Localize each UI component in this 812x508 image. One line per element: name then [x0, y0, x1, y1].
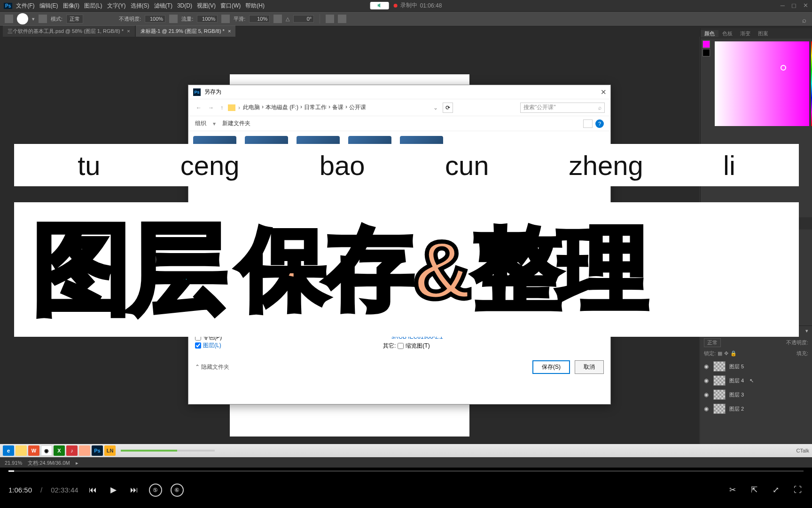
minimize-icon[interactable]: ─ — [781, 2, 785, 9]
angle-value[interactable]: 0° — [293, 15, 314, 23]
menu-view[interactable]: 视图(V) — [196, 2, 217, 10]
dialog-close-icon[interactable]: ✕ — [601, 88, 607, 96]
next-icon[interactable]: ⏭ — [128, 484, 141, 496]
status-arrow-icon[interactable]: ▸ — [76, 460, 78, 466]
menu-window[interactable]: 窗口(W) — [219, 2, 242, 10]
fg-bg-swatches[interactable] — [701, 39, 712, 129]
menu-layer[interactable]: 图层(L) — [83, 2, 103, 10]
help-icon[interactable]: ? — [595, 119, 604, 128]
visibility-icon[interactable]: ◉ — [703, 391, 710, 398]
search-icon[interactable]: ⌕ — [802, 16, 806, 24]
share-icon[interactable]: ⇱ — [748, 484, 760, 496]
search-input[interactable]: 搜索"公开课"⌕ — [520, 103, 605, 113]
blend-mode[interactable]: 正常 — [704, 338, 721, 347]
symmetry-icon[interactable] — [338, 15, 346, 23]
title-word-1: 图层 — [33, 203, 225, 336]
pressure-size-icon[interactable] — [326, 15, 334, 23]
home-icon[interactable] — [5, 15, 13, 23]
play-icon[interactable]: ▶ — [108, 484, 120, 496]
pressure-opacity-icon[interactable] — [169, 15, 178, 23]
excel-icon[interactable]: X — [54, 445, 65, 456]
menu-image[interactable]: 图像(I) — [62, 2, 80, 10]
rate-6-button[interactable]: ⑥ — [171, 484, 184, 497]
menu-3d[interactable]: 3D(D) — [176, 2, 193, 9]
layer-row[interactable]: ◉图层 3 — [700, 388, 812, 402]
cursor-icon: ↖ — [750, 378, 754, 384]
layers-checkbox[interactable] — [195, 342, 201, 349]
color-picker[interactable] — [715, 41, 809, 126]
organize-menu[interactable]: 组织 — [195, 119, 206, 127]
save-button[interactable]: 保存(S) — [532, 360, 570, 374]
netease-icon[interactable]: ♪ — [66, 445, 78, 456]
layer-row[interactable]: ◉图层 2 — [700, 402, 812, 416]
tab-swatches[interactable]: 色板 — [718, 30, 736, 37]
prev-icon[interactable]: ⏮ — [87, 484, 99, 496]
expand-icon[interactable]: ⤢ — [770, 484, 782, 496]
rate-5-button[interactable]: ⑤ — [149, 484, 162, 497]
zoom-level[interactable]: 21.91% — [5, 460, 22, 466]
maximize-icon[interactable]: ◻ — [791, 2, 796, 9]
dialog-title: 另存为 — [204, 88, 221, 96]
menu-file[interactable]: 文件(F) — [15, 2, 35, 10]
nav-back-icon[interactable]: ← — [194, 104, 203, 111]
fullscreen-icon[interactable]: ⛶ — [791, 484, 804, 496]
layer-thumb — [713, 361, 726, 372]
layer-row[interactable]: ◉图层 4↖ — [700, 373, 812, 388]
opacity-value[interactable]: 100% — [145, 15, 165, 23]
nav-up-icon[interactable]: ↑ — [219, 104, 225, 111]
layer-row[interactable]: ◉图层 5 — [700, 359, 812, 373]
breadcrumb[interactable]: 此电脑› 本地磁盘 (F:)› 日常工作› 备课› 公开课 — [243, 103, 366, 111]
brush-preview[interactable] — [17, 13, 28, 24]
tab-color[interactable]: 颜色 — [701, 30, 718, 37]
mode-label: 模式: — [51, 16, 62, 23]
cancel-button[interactable]: 取消 — [575, 360, 604, 374]
menu-filter[interactable]: 滤镜(T) — [153, 2, 173, 10]
overlay-icon[interactable] — [39, 15, 47, 23]
flow-value[interactable]: 100% — [197, 15, 218, 23]
ps-logo: Ps — [4, 3, 12, 9]
tab-close-icon[interactable]: × — [127, 28, 130, 34]
fill-label: 填充: — [796, 350, 808, 357]
lock-pixels-icon[interactable]: ▦ — [718, 350, 722, 357]
tab-gradient[interactable]: 渐变 — [736, 30, 754, 37]
tab-doc-2[interactable]: 未标题-1 @ 21.9% (图层 5, RGB/8) * × — [136, 25, 236, 37]
visibility-icon[interactable]: ◉ — [703, 363, 710, 370]
visibility-icon[interactable]: ◉ — [703, 405, 710, 412]
ln-icon[interactable]: LN — [104, 445, 116, 456]
edge-icon[interactable]: e — [3, 445, 14, 456]
titlebar-center: 录制中 01:06:48 — [370, 1, 442, 9]
lock-position-icon[interactable]: ✥ — [724, 350, 728, 357]
view-mode-icon[interactable] — [583, 119, 593, 128]
angle-icon: △ — [286, 16, 289, 22]
smooth-value[interactable]: 10% — [249, 15, 270, 23]
app-icon[interactable]: ◉ — [41, 445, 52, 456]
record-label: 录制中 — [400, 1, 417, 9]
visibility-icon[interactable]: ◉ — [703, 377, 710, 384]
wps-icon[interactable]: W — [28, 445, 39, 456]
tab-doc-1[interactable]: 三个软件的基本工具.psd @ 58% (图层 1, RGB/8) * × — [3, 25, 135, 37]
photoshop-icon[interactable]: Ps — [92, 445, 103, 456]
color-panel-tabs: 颜色 色板 渐变 图案 — [701, 28, 812, 39]
menu-edit[interactable]: 编辑(E) — [39, 2, 59, 10]
lock-all-icon[interactable]: 🔒 — [730, 350, 737, 357]
breadcrumb-dropdown-icon[interactable]: ⌄ — [433, 104, 438, 111]
chevron-down-icon[interactable]: ▾ — [32, 16, 35, 22]
menu-type[interactable]: 文字(Y) — [106, 2, 127, 10]
hide-folders-toggle[interactable]: ⌃ 隐藏文件夹 — [195, 363, 229, 371]
app-icon-2[interactable] — [79, 445, 90, 456]
new-folder-button[interactable]: 新建文件夹 — [222, 119, 250, 127]
gear-icon[interactable] — [273, 15, 282, 23]
tab-pattern[interactable]: 图案 — [754, 30, 772, 37]
menu-select[interactable]: 选择(S) — [130, 2, 150, 10]
mode-dropdown[interactable]: 正常 — [66, 15, 83, 24]
thumbnail-checkbox[interactable] — [398, 343, 404, 349]
refresh-icon[interactable]: ⟳ — [443, 103, 453, 113]
scissors-icon[interactable]: ✂ — [726, 484, 739, 496]
tab-close-icon[interactable]: × — [228, 28, 231, 34]
explorer-icon[interactable] — [16, 445, 27, 456]
flow-label: 流量: — [181, 16, 193, 23]
close-icon[interactable]: ✕ — [803, 2, 808, 9]
menu-help[interactable]: 帮助(H) — [244, 2, 265, 10]
nav-fwd-icon[interactable]: → — [206, 104, 216, 111]
airbrush-icon[interactable] — [221, 15, 230, 23]
